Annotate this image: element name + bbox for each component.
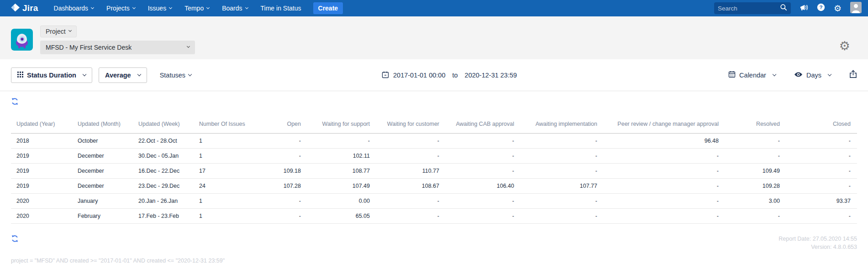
jira-logo-text: Jira	[22, 3, 38, 13]
nav-item-boards[interactable]: Boards	[216, 0, 254, 16]
admin-gear-icon[interactable]: ⚙	[834, 4, 842, 13]
jira-logo[interactable]: Jira	[10, 3, 38, 14]
report-meta: Report Date: 27.05.2020 14:55 Version: 4…	[779, 235, 857, 251]
column-header: Awaiting CAB approval	[446, 116, 521, 134]
project-banner: Project MFSD - My First Service Desk ⚙	[0, 16, 868, 59]
cell: December	[72, 164, 133, 179]
cell: -	[376, 209, 446, 224]
cell: 110.77	[376, 164, 446, 179]
cell: 1	[194, 149, 250, 164]
nav-item-label: Time in Status	[261, 5, 301, 12]
cell: -	[250, 149, 307, 164]
scope-select-group: Project MFSD - My First Service Desk	[40, 26, 195, 54]
refresh-icon[interactable]	[11, 235, 19, 242]
cell: -	[376, 134, 446, 149]
nav-item-projects[interactable]: Projects	[100, 0, 142, 16]
cell: 93.37	[786, 194, 857, 209]
report-version: Version: 4.8.0.653	[779, 243, 857, 251]
nav-item-label: Boards	[222, 5, 242, 12]
nav-item-issues[interactable]: Issues	[142, 0, 178, 16]
time-unit-dropdown[interactable]: Days	[794, 72, 831, 79]
cell: 17.Feb - 23.Feb	[133, 209, 194, 224]
cell: 96.48	[604, 134, 725, 149]
cell: -	[786, 149, 857, 164]
cell: -	[521, 134, 604, 149]
cell: 109.18	[250, 164, 307, 179]
chevron-down-icon	[188, 72, 192, 76]
svg-text:?: ?	[819, 5, 822, 10]
create-button[interactable]: Create	[313, 2, 343, 14]
help-icon[interactable]: ?	[817, 3, 825, 13]
scope-dropdown[interactable]: Project	[40, 26, 77, 37]
report-toolbar: Status Duration Average Statuses 2017-01…	[0, 59, 868, 91]
cell: 1	[194, 194, 250, 209]
megaphone-icon[interactable]	[800, 4, 808, 13]
cell: -	[604, 179, 725, 194]
cell: -	[725, 134, 786, 149]
search-input[interactable]	[718, 5, 780, 12]
cell: -	[786, 134, 857, 149]
date-range-picker[interactable]: 2017-01-01 00:00 to 2020-12-31 23:59	[382, 59, 517, 91]
cell: December	[72, 149, 133, 164]
cell: -	[446, 164, 521, 179]
search-icon[interactable]	[780, 4, 787, 13]
nav-item-label: Dashboards	[54, 5, 89, 12]
cell: -	[604, 194, 725, 209]
cell: February	[72, 209, 133, 224]
cell: 1	[194, 134, 250, 149]
report-footer: Report Date: 27.05.2020 14:55 Version: 4…	[11, 235, 857, 251]
cell: -	[376, 194, 446, 209]
report-content: Updated (Year)Updated (Month)Updated (We…	[0, 91, 868, 264]
aggregation-dropdown[interactable]: Average	[99, 67, 147, 83]
project-avatar	[11, 29, 33, 51]
table-row: 2019December23.Dec - 29.Dec24107.28107.4…	[11, 179, 857, 194]
cell: 1	[194, 209, 250, 224]
cell: 22.Oct - 28.Oct	[133, 134, 194, 149]
column-header: Number Of Issues	[194, 116, 250, 134]
chevron-down-icon	[206, 5, 210, 9]
table-row: 2020February17.Feb - 23.Feb1-65.05------	[11, 209, 857, 224]
cell: -	[786, 209, 857, 224]
toolbar-right-group: Calendar Days	[728, 70, 857, 80]
column-header: Open	[250, 116, 307, 134]
cell: -	[250, 134, 307, 149]
refresh-icon[interactable]	[11, 98, 19, 105]
nav-item-tempo[interactable]: Tempo	[178, 0, 216, 16]
calendar-mode-dropdown[interactable]: Calendar	[728, 71, 776, 79]
eye-icon	[794, 72, 803, 79]
cell: 2019	[11, 179, 72, 194]
chevron-down-icon	[83, 72, 86, 76]
calendar-icon	[728, 71, 736, 79]
statuses-dropdown[interactable]: Statuses	[160, 72, 191, 79]
cell: 107.28	[250, 179, 307, 194]
nav-item-label: Tempo	[184, 5, 204, 12]
cell: 2020	[11, 194, 72, 209]
cell: 108.67	[376, 179, 446, 194]
cell: -	[446, 134, 521, 149]
cell: 107.77	[521, 179, 604, 194]
nav-item-time-in-status[interactable]: Time in Status	[254, 0, 308, 16]
column-header: Waiting for support	[307, 116, 376, 134]
nav-right-group: ? ⚙	[714, 2, 862, 15]
cell: 2019	[11, 164, 72, 179]
cell: 3.00	[725, 194, 786, 209]
report-type-dropdown[interactable]: Status Duration	[11, 67, 92, 83]
cell: 109.28	[725, 179, 786, 194]
cell: -	[604, 209, 725, 224]
export-icon[interactable]	[849, 70, 857, 80]
cell: 65.05	[307, 209, 376, 224]
user-avatar[interactable]	[850, 2, 862, 15]
report-type-label: Status Duration	[27, 72, 76, 79]
project-select[interactable]: MFSD - My First Service Desk	[40, 41, 195, 54]
cell: 17	[194, 164, 250, 179]
jira-logo-icon	[10, 3, 20, 14]
cell: 24	[194, 179, 250, 194]
report-settings-gear-icon[interactable]: ⚙	[839, 40, 850, 52]
chevron-down-icon	[169, 5, 172, 9]
cell: -	[446, 209, 521, 224]
cell: -	[376, 149, 446, 164]
search-box[interactable]	[714, 2, 791, 14]
nav-item-dashboards[interactable]: Dashboards	[47, 0, 100, 16]
table-row: 2020January20.Jan - 26.Jan1-0.00----3.00…	[11, 194, 857, 209]
cell: 108.77	[307, 164, 376, 179]
